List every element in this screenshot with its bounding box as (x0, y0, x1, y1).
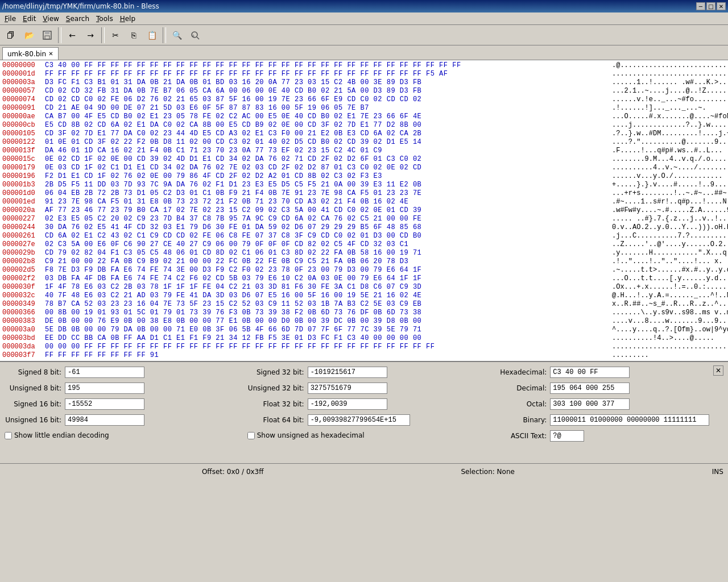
hex-bytes[interactable]: 91 23 7E 98 CA F5 01 31 E8 0B 73 23 72 2… (45, 198, 612, 206)
hex-bytes[interactable]: CD 3F 02 7D E1 77 DA C0 02 23 44 4D E5 C… (45, 130, 612, 138)
hex-bytes[interactable]: F8 7E D3 F9 DB FA E6 74 FE 74 3E 00 D3 F… (45, 266, 612, 275)
binary-input[interactable] (550, 414, 709, 426)
hex-bytes[interactable]: 5E DB 0B 00 00 79 DA 0B 00 00 71 E0 0B 3… (45, 326, 612, 334)
hex-bytes[interactable]: CA B7 00 4F E5 CD B0 02 E1 23 05 78 FE 0… (45, 113, 612, 121)
new-button[interactable]: 🗍 (2, 27, 19, 43)
hex-ascii: .w#Fw#y....~.#.....Z.A......9 (612, 206, 726, 215)
hex-bytes[interactable]: CD 79 02 82 04 F1 C3 05 C5 48 06 01 CD 8… (45, 249, 612, 257)
hex-bytes[interactable]: 06 04 EB 2B 72 2B 73 D1 05 C2 D3 01 C1 0… (45, 189, 612, 198)
table-row: 00000091CD 21 AE 04 9D 00 DE 07 21 5D 03… (2, 104, 726, 113)
hex-offset: 0000032c (2, 292, 45, 300)
hex-bytes[interactable]: 30 DA 76 02 E5 41 4F CD 32 03 E1 79 D6 3… (45, 223, 612, 232)
hex-bytes[interactable]: DA 46 01 1D CA 16 02 21 F4 0B C1 71 23 7… (45, 147, 612, 155)
float64-input[interactable] (308, 414, 410, 426)
maximize-button[interactable]: □ (706, 2, 715, 10)
hex-bytes[interactable]: C3 40 00 FF FF FF FF FF FF FF FF FF FF F… (45, 61, 612, 70)
hex-ascii: ...O...t.t....[.y......y.d.. (612, 275, 726, 283)
hex-view[interactable]: 00000000C3 40 00 FF FF FF FF FF FF FF FF… (0, 60, 728, 361)
hex-bytes[interactable]: CD 6A 02 E1 C2 43 02 C1 C9 CD CD 02 FE 0… (45, 232, 612, 240)
signed8-input[interactable] (65, 367, 144, 378)
hex-bytes[interactable]: 0E 02 CD 1F 02 0E 00 CD 39 02 4D D1 E1 C… (45, 155, 612, 164)
find-replace-button[interactable]: + (187, 27, 204, 43)
binary-label: Binary: (490, 416, 547, 424)
hex-ascii: ..........4..v.~..../.......... (612, 164, 726, 172)
menu-view[interactable]: View (39, 14, 62, 24)
decimal-input[interactable] (550, 383, 630, 394)
table-row: 000003f7FF FF FF FF FF FF FF FF 91......… (2, 351, 726, 360)
unsigned8-row: Unsigned 8 bit: (5, 381, 238, 395)
unsigned8-input[interactable] (65, 383, 144, 394)
hex-bytes[interactable]: 0E 03 CD 1F 02 C1 D1 E1 CD 34 02 DA 76 0… (45, 164, 612, 172)
hex-bytes[interactable]: D3 FC F1 C3 B1 01 31 DA 0B 21 DA 0B 01 B… (45, 78, 612, 87)
hex-bytes[interactable]: CD 21 AE 04 9D 00 DE 07 21 5D 03 E6 0F 5… (45, 104, 612, 113)
hex-bytes[interactable]: DE 0B 00 00 76 E9 0B 00 38 E8 0B 00 00 7… (45, 317, 612, 326)
table-row: 000002b8C9 21 00 00 22 FA 0B C9 B9 02 21… (2, 257, 726, 266)
table-row: 0000030f1F 4F 78 E6 03 C2 2B 03 78 1F 1F… (2, 283, 726, 292)
open-button[interactable]: 📂 (20, 27, 38, 43)
hex-bytes[interactable]: CD 02 CD 32 FB 31 DA 0B 7E B7 06 05 CA 6… (45, 87, 612, 95)
undo-button[interactable]: ← (64, 27, 81, 43)
infopanel-close-button[interactable]: ✕ (713, 365, 723, 376)
hex-bytes[interactable]: 1F 4F 78 E6 03 C2 2B 03 78 1F 1F 1F FE 0… (45, 283, 612, 292)
table-row: 0000024430 DA 76 02 E5 41 4F CD 32 03 E1… (2, 223, 726, 232)
octal-input[interactable] (550, 398, 630, 410)
hex-bytes[interactable]: AF 77 23 46 77 23 79 B0 CA 17 02 7E 02 2… (45, 206, 612, 215)
hex-bytes[interactable]: 03 DB FA 4F DB FA E6 74 FE 74 C2 F6 02 C… (45, 275, 612, 283)
show-little-endian-checkbox[interactable] (5, 432, 12, 439)
hex-bytes[interactable]: 78 B7 CA 52 03 23 23 16 04 7E 73 5F 23 1… (45, 300, 612, 309)
hex-bytes[interactable]: 00 00 00 FF FF FF FF FF FF FF FF FF FF F… (45, 343, 612, 351)
hexadecimal-label: Hexadecimal: (490, 368, 547, 376)
hex-bytes[interactable]: 00 8B 00 19 01 93 01 5C 01 79 01 73 39 7… (45, 309, 612, 317)
signed16-input[interactable] (65, 398, 144, 410)
show-unsigned-hex-checkbox[interactable] (247, 432, 255, 439)
hex-ascii: .?..}.w..#DM.........!....j.+ (612, 130, 726, 138)
ascii-text-label: ASCII Text: (490, 432, 547, 440)
minimize-button[interactable]: − (696, 2, 705, 10)
hex-bytes[interactable]: FF FF FF FF FF FF FF FF 91 (45, 351, 612, 360)
hex-bytes[interactable]: 2B D5 F5 11 DD 03 7D 93 7C 9A DA 76 02 F… (45, 181, 612, 189)
hex-bytes[interactable]: 40 7F 48 E6 03 C2 21 AD 03 79 FE 41 DA 3… (45, 292, 612, 300)
float32-input[interactable] (308, 398, 387, 410)
redo-button[interactable]: → (82, 27, 99, 43)
hex-bytes[interactable]: 02 C3 5A 00 E6 0F C6 90 27 CE 40 27 C9 0… (45, 240, 612, 249)
hex-bytes[interactable]: EE DD CC BB CA 0B FF AA D1 C1 E1 F1 F9 2… (45, 334, 612, 343)
info-panel: Signed 8 bit: Unsigned 8 bit: Signed 16 … (0, 361, 728, 463)
hex-bytes[interactable]: CD 02 CD C0 02 FE 06 D2 76 02 21 65 03 8… (45, 95, 612, 104)
menu-edit[interactable]: Edit (19, 14, 39, 24)
hex-bytes[interactable]: C9 21 00 00 22 FA 0B C9 B9 02 21 00 00 2… (45, 257, 612, 266)
decimal-label: Decimal: (490, 384, 547, 392)
hex-bytes[interactable]: FF FF FF FF FF FF FF FF FF FF FF FF FF F… (45, 70, 612, 78)
hex-bytes[interactable]: F2 D1 E1 CD 1F 02 76 02 0E 00 79 86 4F C… (45, 172, 612, 181)
show-unsigned-hex-label: Show unsigned as hexadecimal (257, 431, 365, 439)
close-button[interactable]: ✕ (717, 2, 726, 10)
ascii-text-input[interactable] (550, 430, 584, 442)
hex-bytes[interactable]: E5 CD 8B 02 CD 6A 02 E1 DA C0 02 CA 8B 0… (45, 121, 612, 130)
hex-ascii: ^....y....q..?.[Ofm}..ow|9^yq (612, 326, 726, 334)
hex-bytes[interactable]: 01 0E 01 CD 3F 02 22 F2 0B D8 11 02 00 C… (45, 138, 612, 147)
save-button[interactable] (39, 27, 56, 43)
unsigned32-input[interactable] (308, 383, 387, 394)
menu-search[interactable]: Search (63, 14, 93, 24)
hex-offset: 000000cb (2, 121, 45, 130)
cut-button[interactable]: ✂ (107, 27, 124, 43)
table-row: 0000013fDA 46 01 1D CA 16 02 21 F4 0B C1… (2, 147, 726, 155)
hex-bytes[interactable]: 02 E3 E5 05 C2 20 02 C9 23 7D B4 37 C8 7… (45, 215, 612, 223)
menu-file[interactable]: File (1, 14, 19, 24)
unsigned16-input[interactable] (65, 414, 144, 426)
hex-offset: 00000244 (2, 223, 45, 232)
tab-close-button[interactable]: ✕ (48, 51, 53, 57)
statusbar: Offset: 0x0 / 0x3ff Selection: None INS (0, 463, 728, 479)
menu-help[interactable]: Help (117, 14, 139, 24)
tab-umk80bin[interactable]: umk-80.bin ✕ (2, 47, 59, 60)
find-button[interactable]: 🔍 (168, 27, 185, 43)
copy-button[interactable]: ⎘ (125, 27, 142, 43)
hex-offset: 0000020a (2, 206, 45, 215)
menu-tools[interactable]: Tools (93, 14, 117, 24)
hex-offset: 0000015c (2, 155, 45, 164)
show-little-endian-row: Show little endian decoding (5, 431, 238, 439)
hexadecimal-input[interactable] (550, 367, 630, 378)
toolbar-sep2 (101, 27, 105, 43)
paste-button[interactable]: 📋 (143, 27, 160, 43)
hex-ascii: .y.......H...........".X...q (612, 249, 726, 257)
signed32-input[interactable] (308, 367, 387, 378)
